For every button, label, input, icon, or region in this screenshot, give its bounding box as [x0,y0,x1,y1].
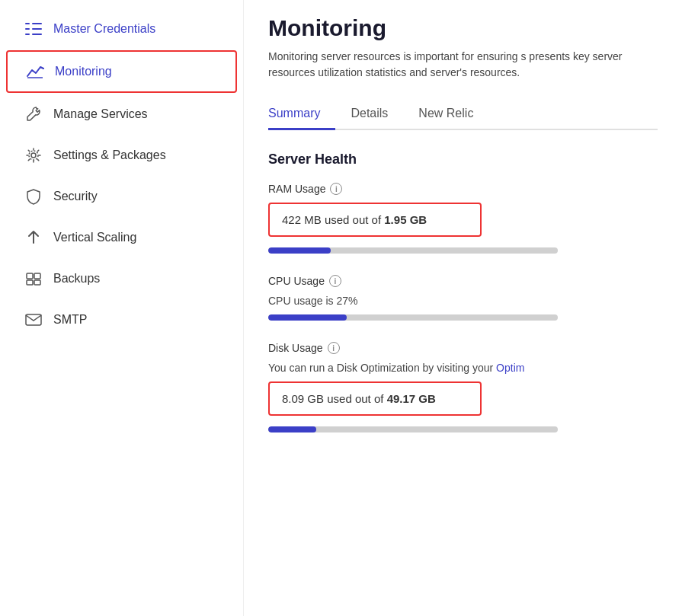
sidebar-item-label: Backups [53,272,100,286]
svg-rect-14 [26,314,41,325]
disk-value-box: 8.09 GB used out of 49.17 GB [268,381,482,416]
disk-optim-link[interactable]: Optim [496,362,524,374]
chart-icon [26,62,44,81]
gear-icon [24,146,43,164]
ram-out-of-text: used out of [325,213,384,226]
ram-value-box: 422 MB used out of 1.95 GB [268,203,482,237]
sidebar-item-manage-services[interactable]: Manage Services [6,94,237,134]
server-health-title: Server Health [268,152,658,168]
cpu-text: CPU usage is 27% [268,295,658,307]
svg-rect-12 [27,280,33,285]
arrow-up-icon [24,228,43,247]
sidebar-item-label: SMTP [53,313,87,327]
svg-rect-0 [25,23,30,24]
sidebar-item-monitoring[interactable]: Monitoring [6,50,237,93]
disk-label: Disk Usage i [268,342,658,354]
sidebar-item-smtp[interactable]: SMTP [6,300,237,340]
sidebar-item-backups[interactable]: Backups [6,259,237,298]
svg-rect-2 [25,34,30,35]
cpu-usage-block: CPU Usage i CPU usage is 27% [268,275,658,321]
ram-total: 1.95 GB [384,213,427,226]
svg-point-8 [29,151,38,160]
tab-details[interactable]: Details [335,99,403,130]
cpu-progress-track [268,314,558,321]
svg-rect-1 [25,28,30,30]
cpu-info-icon[interactable]: i [329,275,341,287]
disk-used: 8.09 GB [282,392,324,405]
sidebar-item-label: Vertical Scaling [53,231,136,244]
backups-icon [24,270,43,288]
sidebar-item-settings-packages[interactable]: Settings & Packages [6,136,237,175]
ram-info-icon[interactable]: i [330,183,342,195]
tab-new-relic[interactable]: New Relic [403,99,488,130]
svg-rect-5 [32,34,42,35]
menu-icon [24,20,43,38]
svg-rect-3 [32,23,42,24]
sidebar-item-label: Security [53,190,98,203]
ram-label: RAM Usage i [268,183,658,195]
sidebar: Master Credentials Monitoring Manage Ser… [0,0,244,616]
sidebar-item-label: Manage Services [53,107,148,121]
sidebar-item-label: Monitoring [55,65,112,78]
cpu-label: CPU Usage i [268,275,658,287]
disk-progress-fill [268,426,316,432]
disk-usage-block: Disk Usage i You can run a Disk Optimiza… [268,342,658,432]
disk-total: 49.17 GB [387,392,436,405]
tab-summary[interactable]: Summary [268,99,335,130]
ram-progress-fill [268,247,331,254]
svg-rect-4 [32,28,42,30]
cpu-progress-fill [268,314,347,321]
svg-rect-13 [34,280,40,285]
page-description: Monitoring server resources is important… [268,49,658,81]
disk-info-icon[interactable]: i [328,342,340,354]
disk-progress-track [268,426,558,432]
sidebar-item-security[interactable]: Security [6,177,237,216]
sidebar-item-label: Settings & Packages [53,148,166,162]
svg-rect-10 [27,273,33,279]
mail-icon [24,311,43,329]
wrench-icon [24,105,43,123]
disk-out-of-text: used out of [327,392,386,405]
svg-rect-11 [34,273,40,279]
sidebar-item-master-credentials[interactable]: Master Credentials [6,9,237,49]
svg-point-7 [31,153,36,158]
ram-used: 422 MB [282,213,322,226]
shield-icon [24,187,43,206]
main-content: Monitoring Monitoring server resources i… [244,0,682,616]
sidebar-item-vertical-scaling[interactable]: Vertical Scaling [6,218,237,257]
ram-progress-track [268,247,558,254]
sidebar-item-label: Master Credentials [53,22,155,36]
disk-description: You can run a Disk Optimization by visit… [268,362,658,374]
page-title: Monitoring [268,15,658,41]
ram-usage-block: RAM Usage i 422 MB used out of 1.95 GB [268,183,658,254]
tabs-bar: Summary Details New Relic [268,99,658,130]
